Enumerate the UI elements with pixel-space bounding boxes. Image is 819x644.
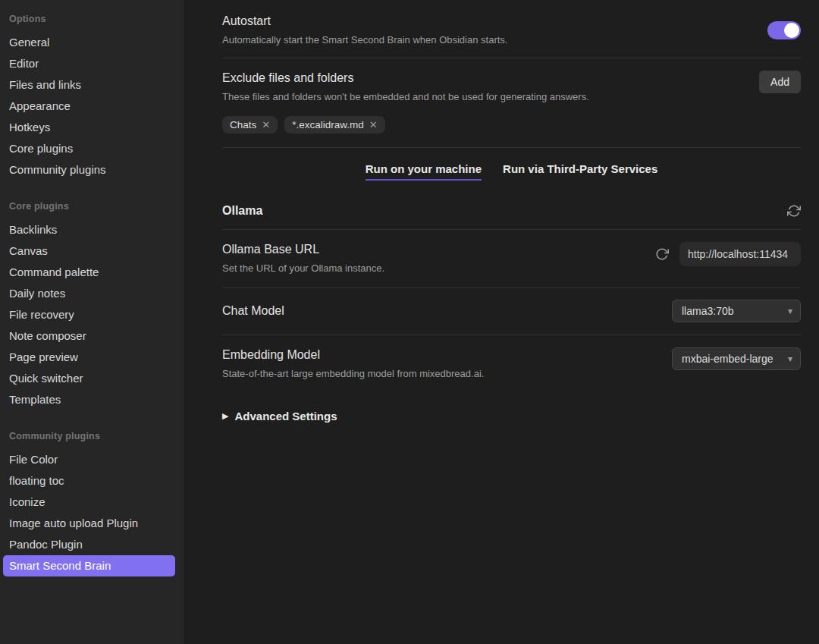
tab-run-via-third-party-services[interactable]: Run via Third-Party Services [503, 162, 657, 181]
autostart-toggle[interactable] [767, 21, 801, 39]
toggle-knob [784, 23, 799, 38]
sidebar-item-command-palette[interactable]: Command palette [3, 262, 175, 283]
sidebar-item-file-color[interactable]: File Color [3, 449, 175, 470]
dropdown-value: mxbai-embed-large [682, 353, 774, 365]
setting-embedding-info: Embedding Model State-of-the-art large e… [222, 347, 484, 380]
setting-description: These files and folders won't be embedde… [222, 90, 589, 103]
chevron-down-icon: ▾ [788, 353, 792, 364]
ollama-base-url-input[interactable] [679, 242, 801, 266]
sidebar-item-floating-toc[interactable]: floating toc [3, 470, 175, 492]
setting-name: Ollama Base URL [222, 242, 384, 257]
sidebar-item-iconize[interactable]: Iconize [3, 492, 175, 513]
chevron-down-icon: ▾ [788, 306, 792, 316]
setting-description: Set the URL of your Ollama instance. [222, 262, 384, 275]
exclude-chip[interactable]: Chats ✕ [222, 116, 278, 134]
sidebar-item-hotkeys[interactable]: Hotkeys [3, 117, 175, 138]
sidebar-section-header: Core plugins [0, 201, 184, 212]
chip-label: Chats [230, 119, 256, 130]
sidebar-item-pandoc-plugin[interactable]: Pandoc Plugin [3, 534, 175, 555]
sidebar-item-files-and-links[interactable]: Files and links [3, 74, 175, 96]
sidebar-item-appearance[interactable]: Appearance [3, 96, 175, 117]
sidebar-item-image-auto-upload-plugin[interactable]: Image auto upload Plugin [3, 513, 175, 534]
sidebar-item-file-recovery[interactable]: File recovery [3, 304, 175, 325]
setting-name: Autostart [222, 14, 507, 29]
sidebar-item-quick-switcher[interactable]: Quick switcher [3, 368, 175, 389]
sidebar-item-daily-notes[interactable]: Daily notes [3, 283, 175, 304]
setting-description: State-of-the-art large embedding model f… [222, 367, 484, 380]
remove-chip-x-icon[interactable]: ✕ [369, 119, 378, 130]
add-exclude-button[interactable]: Add [759, 71, 801, 93]
triangle-right-icon: ▶ [222, 411, 228, 421]
setting-description: Automatically start the Smart Second Bra… [222, 33, 507, 46]
setting-name: Chat Model [222, 303, 284, 319]
reset-base-url-icon[interactable] [655, 247, 669, 261]
embedding-model-dropdown[interactable]: mxbai-embed-large ▾ [672, 347, 801, 370]
ollama-section-heading: Ollama [222, 190, 801, 230]
setting-exclude-files: Exclude files and folders These files an… [222, 58, 801, 148]
refresh-models-icon[interactable] [787, 204, 801, 218]
settings-content: Autostart Automatically start the Smart … [185, 0, 819, 644]
dropdown-value: llama3:70b [682, 305, 734, 317]
sidebar-item-community-plugins[interactable]: Community plugins [3, 159, 175, 181]
sidebar-section-community-plugins: Community plugins File Color floating to… [0, 431, 184, 576]
sidebar-section-options: Options General Editor Files and links A… [0, 14, 184, 181]
sidebar-section-core-plugins: Core plugins Backlinks Canvas Command pa… [0, 201, 184, 410]
setting-autostart: Autostart Automatically start the Smart … [222, 0, 801, 58]
sidebar-item-canvas[interactable]: Canvas [3, 240, 175, 262]
sidebar-item-backlinks[interactable]: Backlinks [3, 219, 175, 240]
section-title: Ollama [222, 204, 262, 218]
setting-embedding-model: Embedding Model State-of-the-art large e… [222, 335, 801, 392]
obsidian-settings-window: Options General Editor Files and links A… [0, 0, 819, 644]
exclude-chip-list: Chats ✕ *.excalidraw.md ✕ [222, 116, 801, 134]
sidebar-item-page-preview[interactable]: Page preview [3, 347, 175, 368]
tab-run-on-your-machine[interactable]: Run on your machine [366, 162, 482, 181]
sidebar-section-header: Community plugins [0, 431, 184, 441]
advanced-settings-label: Advanced Settings [234, 410, 337, 423]
chip-label: *.excalidraw.md [292, 119, 364, 130]
sidebar-section-header: Options [0, 14, 184, 24]
exclude-chip[interactable]: *.excalidraw.md ✕ [284, 116, 384, 134]
setting-autostart-info: Autostart Automatically start the Smart … [222, 14, 507, 46]
remove-chip-x-icon[interactable]: ✕ [262, 119, 270, 130]
setting-exclude-info: Exclude files and folders These files an… [222, 71, 589, 103]
setting-name: Embedding Model [222, 347, 484, 363]
setting-name: Exclude files and folders [222, 71, 589, 86]
sidebar-item-core-plugins[interactable]: Core plugins [3, 138, 175, 159]
sidebar-item-smart-second-brain[interactable]: Smart Second Brain [3, 555, 175, 576]
setting-base-url-info: Ollama Base URL Set the URL of your Olla… [222, 242, 384, 275]
setting-chat-model: Chat Model llama3:70b ▾ [222, 288, 801, 335]
advanced-settings-toggle[interactable]: ▶ Advanced Settings [222, 410, 801, 423]
provider-tabs: Run on your machine Run via Third-Party … [222, 148, 801, 190]
chat-model-dropdown[interactable]: llama3:70b ▾ [672, 300, 801, 322]
sidebar-item-general[interactable]: General [3, 32, 175, 53]
settings-sidebar: Options General Editor Files and links A… [0, 0, 185, 644]
setting-ollama-base-url: Ollama Base URL Set the URL of your Olla… [222, 230, 801, 288]
sidebar-item-templates[interactable]: Templates [3, 389, 175, 410]
sidebar-item-note-composer[interactable]: Note composer [3, 325, 175, 347]
sidebar-item-editor[interactable]: Editor [3, 53, 175, 74]
